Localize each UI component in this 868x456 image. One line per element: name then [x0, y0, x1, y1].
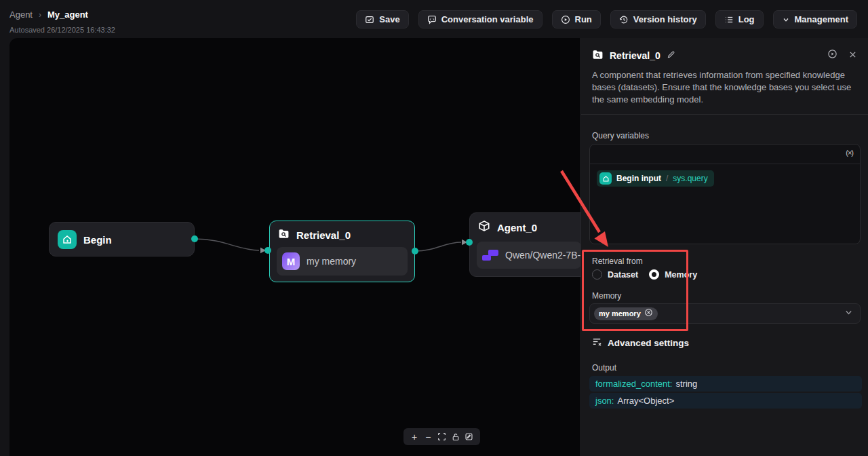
begin-node-title: Begin [83, 234, 112, 246]
conversation-variable-button[interactable]: Conversation variable [418, 10, 542, 28]
remove-tag-icon[interactable] [644, 307, 653, 320]
panel-description: A component that retrieves information f… [592, 69, 859, 106]
zoom-in-button[interactable]: + [409, 432, 420, 442]
variable-separator: / [666, 174, 668, 183]
history-icon [619, 15, 629, 24]
retrieval-memory-item[interactable]: M my memory [277, 247, 408, 276]
breadcrumb-agent[interactable]: Agent [9, 10, 33, 20]
retrieval-node-title: Retrieval_0 [296, 229, 351, 241]
memory-avatar: M [282, 252, 300, 270]
variable-field-name: sys.query [673, 174, 707, 183]
save-icon [365, 15, 374, 24]
run-button[interactable]: Run [552, 10, 601, 28]
variable-node-name: Begin input [616, 174, 661, 183]
run-node-icon[interactable] [827, 49, 837, 62]
output-row-json: json: Array<Object> [589, 393, 862, 408]
retrieval-from-label: Retrieval from [592, 256, 643, 266]
agent-model-label: Qwen/Qwen2-7B- [505, 250, 580, 261]
zoom-out-button[interactable]: − [422, 432, 433, 442]
node-begin[interactable]: Begin [49, 222, 195, 256]
query-variables-label: Query variables [592, 131, 649, 140]
cube-icon [478, 220, 490, 235]
query-variable-tag[interactable]: Begin input / sys.query [597, 170, 714, 187]
breadcrumb: Agent › My_agent [9, 10, 88, 20]
agent-node-title: Agent_0 [497, 222, 537, 233]
query-variables-box: (×) Begin input / sys.query [589, 144, 861, 244]
begin-node-icon [58, 230, 77, 249]
version-history-button[interactable]: Version history [610, 10, 706, 28]
radio-unselected-icon[interactable] [592, 269, 602, 280]
agent-model-item[interactable]: Qwen/Qwen2-7B- [477, 242, 580, 269]
agent-builder-page: Agent › My_agent Autosaved 26/12/2025 16… [0, 0, 868, 456]
save-button[interactable]: Save [356, 10, 408, 28]
close-icon[interactable] [848, 50, 857, 62]
node-agent[interactable]: Agent_0 Qwen/Qwen2-7B- [469, 212, 580, 277]
memory-select[interactable]: my memory [589, 303, 861, 324]
begin-node-icon [599, 172, 612, 185]
output-label: Output [592, 363, 616, 373]
retrieval-settings-panel: Retrieval_0 A component that retrieves i… [580, 38, 868, 456]
memory-name-label: my memory [307, 256, 356, 267]
breadcrumb-separator: › [39, 10, 41, 20]
management-button[interactable]: Management [773, 10, 857, 28]
note-icon[interactable] [464, 432, 475, 442]
top-actions: Save Conversation variable Run Version h… [356, 10, 857, 28]
lock-icon[interactable] [450, 432, 461, 442]
autosave-status: Autosaved 26/12/2025 16:43:32 [9, 26, 115, 34]
log-button[interactable]: Log [715, 10, 764, 28]
insert-variable-icon[interactable]: (×) [846, 149, 853, 157]
panel-title: Retrieval_0 [610, 50, 660, 61]
output-row-formalized-content: formalized_content: string [589, 376, 862, 392]
breadcrumb-current: My_agent [47, 10, 88, 20]
radio-option-dataset[interactable]: Dataset [592, 269, 638, 280]
chat-bubble-icon [427, 15, 437, 24]
folder-search-icon [592, 49, 604, 63]
play-circle-icon [561, 15, 570, 24]
chevron-down-icon [844, 307, 853, 320]
top-bar: Agent › My_agent Autosaved 26/12/2025 16… [0, 0, 868, 38]
advanced-settings-toggle[interactable]: Advanced settings [592, 337, 689, 349]
folder-search-icon [278, 228, 290, 242]
edit-pencil-icon[interactable] [667, 50, 675, 62]
node-retrieval[interactable]: Retrieval_0 M my memory [269, 221, 415, 282]
sliders-icon [592, 337, 602, 349]
memory-tag: my memory [594, 307, 658, 320]
retrieval-from-radio-group: Dataset Memory [592, 269, 697, 280]
canvas-toolbar: + − [403, 428, 480, 445]
radio-selected-icon[interactable] [649, 269, 659, 280]
list-icon [724, 15, 734, 24]
query-variables-toolbar: (×) [590, 145, 860, 164]
fit-view-icon[interactable] [436, 432, 447, 442]
chevron-down-icon [782, 16, 790, 24]
panel-divider [581, 114, 868, 115]
radio-option-memory[interactable]: Memory [649, 269, 697, 280]
workflow-canvas[interactable]: Begin Retrieval_0 M my memory Agent_0 [9, 38, 580, 456]
panel-header: Retrieval_0 [592, 48, 857, 63]
memory-label: Memory [592, 291, 621, 301]
qwen-logo-icon [482, 249, 498, 261]
